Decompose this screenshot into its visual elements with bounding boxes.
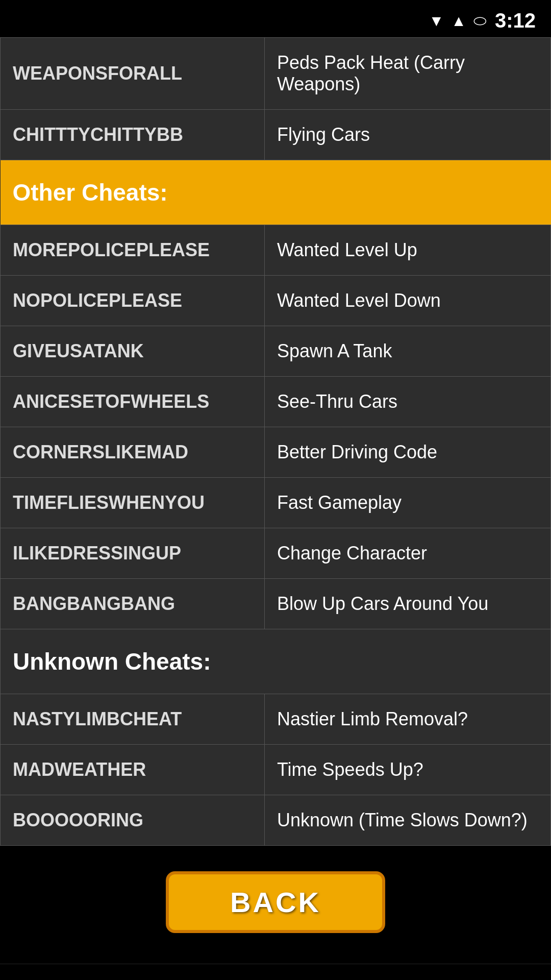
other-cheats-header: Other Cheats: [1,160,551,225]
table-row: TIMEFLIESWHENYOU Fast Gameplay [1,478,551,528]
cheat-code: NOPOLICEPLEASE [1,276,265,326]
cheat-table: WEAPONSFORALL Peds Pack Heat (Carry Weap… [0,37,551,846]
battery-icon: ⬭ [473,12,487,30]
table-row: ANICESETOFWHEELS See-Thru Cars [1,377,551,427]
unknown-cheats-header: Unknown Cheats: [1,629,551,694]
table-row: BOOOOORING Unknown (Time Slows Down?) [1,795,551,846]
cheat-code: MOREPOLICEPLEASE [1,225,265,276]
bottom-nav: ◀ ● ■ [0,964,551,980]
cheat-effect: Change Character [264,528,550,579]
status-time: 3:12 [495,9,536,32]
cheat-code: BOOOOORING [1,795,265,846]
cheat-effect: Fast Gameplay [264,478,550,528]
cheat-code: CHITTTYCHITTYBB [1,110,265,160]
cheat-effect: Better Driving Code [264,427,550,478]
status-bar: ▼ ▲ ⬭ 3:12 [0,0,551,37]
table-row: CORNERSLIKEMAD Better Driving Code [1,427,551,478]
table-row: BANGBANGBANG Blow Up Cars Around You [1,579,551,629]
table-row: WEAPONSFORALL Peds Pack Heat (Carry Weap… [1,38,551,110]
table-row: GIVEUSATANK Spawn A Tank [1,326,551,377]
cheat-code: BANGBANGBANG [1,579,265,629]
cheat-code: TIMEFLIESWHENYOU [1,478,265,528]
cheat-effect: Spawn A Tank [264,326,550,377]
cheat-effect: Blow Up Cars Around You [264,579,550,629]
cheat-effect: Wanted Level Down [264,276,550,326]
table-row: NOPOLICEPLEASE Wanted Level Down [1,276,551,326]
cheat-code: NASTYLIMBCHEAT [1,694,265,745]
unknown-cheats-label: Unknown Cheats: [1,629,551,694]
cheat-effect: Wanted Level Up [264,225,550,276]
cheat-code: CORNERSLIKEMAD [1,427,265,478]
signal-icon: ▲ [451,12,466,30]
cheat-code: GIVEUSATANK [1,326,265,377]
back-button[interactable]: BACK [166,871,385,933]
cheat-effect: See-Thru Cars [264,377,550,427]
cheat-effect: Nastier Limb Removal? [264,694,550,745]
table-row: NASTYLIMBCHEAT Nastier Limb Removal? [1,694,551,745]
status-icons: ▼ ▲ ⬭ [429,12,487,30]
cheat-effect: Peds Pack Heat (Carry Weapons) [264,38,550,110]
table-row: MOREPOLICEPLEASE Wanted Level Up [1,225,551,276]
main-content: WEAPONSFORALL Peds Pack Heat (Carry Weap… [0,37,551,846]
cheat-code: WEAPONSFORALL [1,38,265,110]
back-button-label: BACK [230,886,321,918]
table-row: ILIKEDRESSINGUP Change Character [1,528,551,579]
cheat-code: MADWEATHER [1,745,265,795]
back-area: BACK [0,846,551,964]
other-cheats-label: Other Cheats: [1,160,551,225]
wifi-icon: ▼ [429,12,444,30]
cheat-effect: Unknown (Time Slows Down?) [264,795,550,846]
cheat-effect: Flying Cars [264,110,550,160]
table-row: CHITTTYCHITTYBB Flying Cars [1,110,551,160]
cheat-effect: Time Speeds Up? [264,745,550,795]
cheat-code: ILIKEDRESSINGUP [1,528,265,579]
cheat-code: ANICESETOFWHEELS [1,377,265,427]
table-row: MADWEATHER Time Speeds Up? [1,745,551,795]
